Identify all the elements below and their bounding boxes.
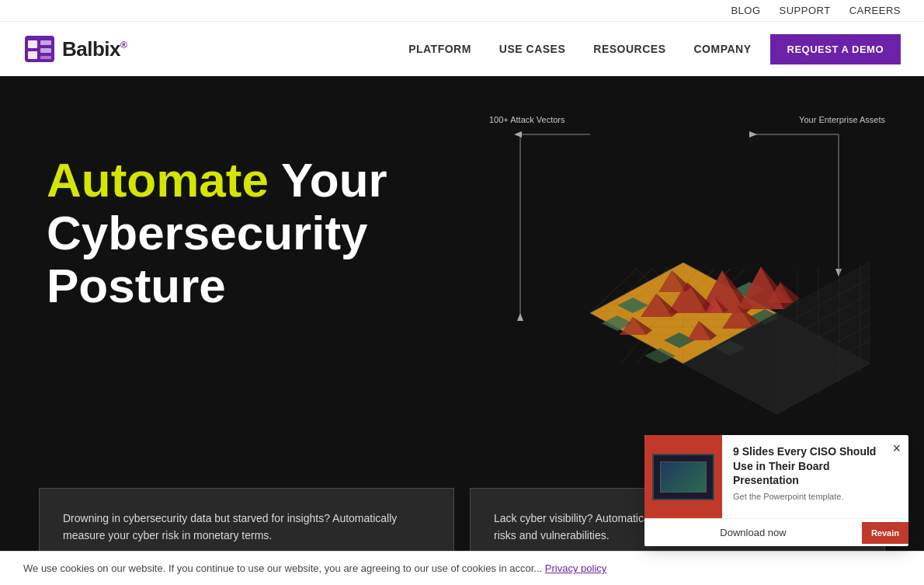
svg-marker-10 bbox=[514, 131, 522, 138]
hero-title: Automate YourCybersecurityPosture bbox=[47, 154, 387, 313]
svg-rect-2 bbox=[28, 51, 37, 59]
popup-footer: Download now Revain bbox=[644, 518, 908, 546]
svg-marker-12 bbox=[835, 269, 842, 277]
nav-resources[interactable]: RESOURCES bbox=[593, 43, 665, 55]
viz-label-left: 100+ Attack Vectors bbox=[489, 115, 565, 124]
svg-rect-4 bbox=[40, 48, 51, 53]
svg-rect-3 bbox=[40, 40, 51, 45]
nav-platform[interactable]: PLATFORM bbox=[408, 43, 471, 55]
cookie-text: We use cookies on our website. If you co… bbox=[23, 562, 542, 574]
popup-title: 9 Slides Every CISO Should Use in Their … bbox=[733, 444, 885, 487]
svg-marker-13 bbox=[749, 131, 757, 138]
hero-text: Automate YourCybersecurityPosture bbox=[47, 138, 387, 313]
main-nav: Balbix® PLATFORM USE CASES RESOURCES COM… bbox=[0, 22, 924, 76]
hero-visualization: 100+ Attack Vectors Your Enterprise Asse… bbox=[458, 107, 908, 434]
logo-text: Balbix® bbox=[62, 37, 127, 61]
svg-rect-1 bbox=[28, 40, 37, 48]
revain-badge: Revain bbox=[862, 522, 908, 544]
popup-image bbox=[644, 435, 722, 518]
popup-body: 9 Slides Every CISO Should Use in Their … bbox=[644, 435, 908, 518]
blog-link[interactable]: BLOG bbox=[731, 5, 760, 16]
revain-text: Revain bbox=[871, 528, 899, 538]
popup-content: 9 Slides Every CISO Should Use in Their … bbox=[722, 435, 908, 518]
card-1-text: Drowning in cybersecurity data but starv… bbox=[63, 510, 430, 544]
viz-container: 100+ Attack Vectors Your Enterprise Asse… bbox=[458, 107, 908, 434]
utility-bar: BLOG SUPPORT CAREERS bbox=[0, 0, 924, 22]
popup-close-button[interactable]: × bbox=[892, 441, 901, 455]
nav-links: PLATFORM USE CASES RESOURCES COMPANY bbox=[408, 43, 751, 55]
nav-use-cases[interactable]: USE CASES bbox=[499, 43, 565, 55]
nav-company[interactable]: COMPANY bbox=[693, 43, 751, 55]
logo[interactable]: Balbix® bbox=[23, 34, 127, 64]
hero-title-highlight: Automate bbox=[47, 153, 269, 207]
support-link[interactable]: SUPPORT bbox=[780, 5, 831, 16]
logo-icon bbox=[23, 34, 56, 64]
cookie-bar: We use cookies on our website. If you co… bbox=[0, 551, 924, 585]
svg-rect-5 bbox=[40, 56, 51, 59]
careers-link[interactable]: CAREERS bbox=[849, 5, 901, 16]
popup: × 9 Slides Every CISO Should Use in Thei… bbox=[644, 435, 908, 546]
privacy-policy-link[interactable]: Privacy policy bbox=[545, 562, 606, 574]
svg-marker-11 bbox=[517, 313, 523, 321]
hero-svg bbox=[458, 107, 908, 434]
hero-section: Automate YourCybersecurityPosture 100+ A… bbox=[0, 76, 924, 488]
popup-img-inner bbox=[652, 454, 714, 500]
popup-img-screen bbox=[660, 461, 707, 493]
download-button[interactable]: Download now bbox=[644, 519, 862, 546]
request-demo-button[interactable]: REQUEST A DEMO bbox=[770, 34, 901, 64]
popup-subtitle: Get the Powerpoint template. bbox=[733, 492, 885, 501]
viz-label-right: Your Enterprise Assets bbox=[799, 115, 885, 124]
